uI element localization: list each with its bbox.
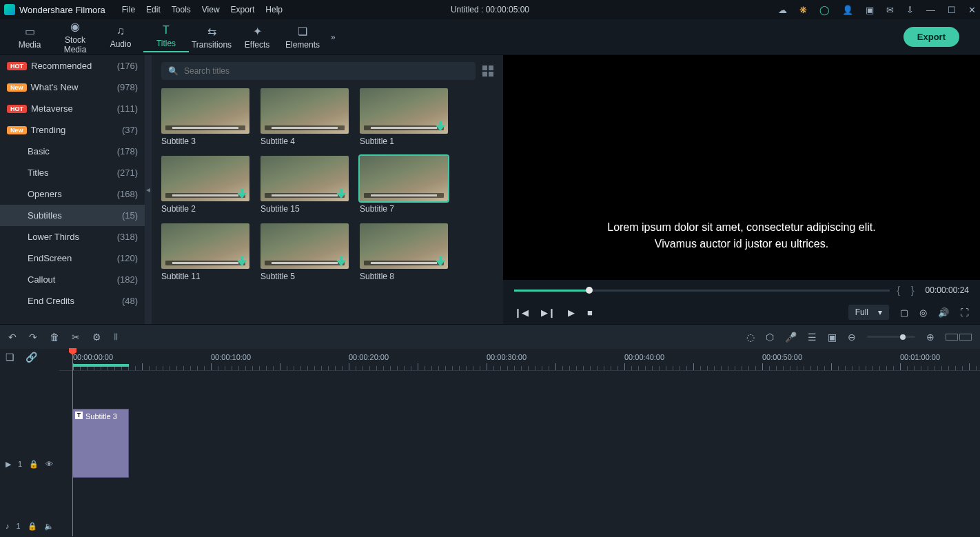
tracks-body[interactable]: T Subtitle 3 <box>59 371 980 536</box>
sidebar-item-lower-thirds[interactable]: Lower Thirds(318) <box>0 226 145 247</box>
sidebar-item-trending[interactable]: NewTrending(37) <box>0 119 145 141</box>
view-grid-icon[interactable] <box>482 65 493 77</box>
undo-icon[interactable]: ↶ <box>8 332 17 343</box>
track-headers: ▶1 🔒 👁 ♪1 🔒 🔈 <box>0 371 59 536</box>
step-forward-icon[interactable]: ▶❙ <box>541 307 555 318</box>
audio-wave-icon[interactable]: ⫴ <box>114 331 118 343</box>
title-thumbnail[interactable] <box>261 156 349 201</box>
volume-icon[interactable]: 🔊 <box>938 307 949 318</box>
sidebar-item-count: (37) <box>122 125 138 135</box>
display-icon[interactable]: ▢ <box>900 307 908 318</box>
render-icon[interactable]: ◌ <box>746 332 755 343</box>
title-thumbnail[interactable] <box>161 223 249 269</box>
mute-icon[interactable]: 🔈 <box>44 522 54 531</box>
timeline-ruler[interactable]: 00:00:00:0000:00:10:0000:00:20:0000:00:3… <box>59 349 980 371</box>
sidebar-item-metaverse[interactable]: HOTMetaverse(111) <box>0 98 145 119</box>
quality-selector[interactable]: Full ▾ <box>848 305 889 320</box>
tab-stock-media[interactable]: ◉Stock Media <box>52 17 98 57</box>
account-icon[interactable]: 👤 <box>842 5 853 15</box>
zoom-out-icon[interactable]: ⊖ <box>848 332 856 343</box>
sidebar-item-recommended[interactable]: HOTRecommended(176) <box>0 55 145 77</box>
sidebar-item-end-credits[interactable]: End Credits(48) <box>0 290 145 312</box>
minimap-icon-2[interactable] <box>959 334 972 341</box>
minimap-icon[interactable] <box>946 334 958 341</box>
lock-icon[interactable]: 🔒 <box>29 460 39 469</box>
tab-media-label: Media <box>7 40 52 50</box>
timeline-clip[interactable]: T Subtitle 3 <box>72 409 129 478</box>
tab-transitions[interactable]: ⇆Transitions <box>189 22 234 52</box>
redo-icon[interactable]: ↷ <box>29 332 37 343</box>
zoom-in-icon[interactable]: ⊕ <box>926 332 935 343</box>
cut-icon[interactable]: ✂ <box>72 332 80 343</box>
search-input[interactable] <box>184 66 469 76</box>
audio-track-header[interactable]: ♪1 🔒 🔈 <box>0 516 59 536</box>
cloud-icon[interactable]: ☁ <box>778 5 787 15</box>
video-track-header[interactable]: ▶1 🔒 👁 <box>0 454 59 474</box>
menu-edit[interactable]: Edit <box>146 5 161 14</box>
stop-icon[interactable]: ■ <box>587 307 593 318</box>
link-icon[interactable]: 🔗 <box>25 352 37 363</box>
snapshot-icon[interactable]: ◎ <box>919 307 927 318</box>
sidebar-item-callout[interactable]: Callout(182) <box>0 269 145 290</box>
sidebar-item-endscreen[interactable]: EndScreen(120) <box>0 247 145 269</box>
menu-tools[interactable]: Tools <box>172 5 191 14</box>
playhead[interactable] <box>72 349 73 536</box>
play-icon[interactable]: ▶ <box>568 307 575 318</box>
zoom-slider[interactable] <box>867 336 915 338</box>
tab-transitions-label: Transitions <box>189 40 234 50</box>
title-thumbnail[interactable] <box>161 156 249 201</box>
menu-view[interactable]: View <box>202 5 220 14</box>
title-thumbnail[interactable] <box>261 223 349 269</box>
adjust-icon[interactable]: ⚙ <box>92 332 101 343</box>
title-thumbnail[interactable] <box>360 223 448 269</box>
minimize-icon[interactable]: — <box>926 5 935 15</box>
tab-titles[interactable]: TTitles <box>143 21 189 52</box>
clip-trim-range[interactable] <box>72 364 129 367</box>
sidebar-item-openers[interactable]: Openers(168) <box>0 183 145 205</box>
lightbulb-icon[interactable]: ❋ <box>799 5 807 15</box>
tab-effects[interactable]: ✦Effects <box>234 22 280 52</box>
maximize-icon[interactable]: ☐ <box>948 5 956 15</box>
scrub-track[interactable] <box>514 290 890 292</box>
marker-icon[interactable]: ⬡ <box>766 332 774 343</box>
tab-audio[interactable]: ♫Audio <box>98 22 143 52</box>
clip-icon[interactable]: ❏ <box>6 352 14 363</box>
headphones-icon[interactable]: ◯ <box>819 5 830 15</box>
delete-icon[interactable]: 🗑 <box>50 332 59 343</box>
sidebar-item-titles[interactable]: Titles(271) <box>0 162 145 183</box>
tab-media[interactable]: ▭Media <box>7 22 52 52</box>
tab-elements[interactable]: ❏Elements <box>280 22 325 52</box>
mail-icon[interactable]: ✉ <box>886 5 894 15</box>
voiceover-icon[interactable]: 🎤 <box>785 332 797 343</box>
title-thumbnail[interactable] <box>360 156 448 201</box>
visibility-icon[interactable]: 👁 <box>45 460 53 468</box>
pin-icon[interactable]: ⇩ <box>906 5 914 15</box>
video-preview[interactable]: Lorem ipsum dolor sit amet, consectetur … <box>503 55 980 280</box>
subtitle-preview-text: Lorem ipsum dolor sit amet, consectetur … <box>607 219 876 252</box>
crop-icon[interactable]: ▣ <box>828 332 837 343</box>
search-box[interactable]: 🔍 <box>161 62 476 80</box>
sidebar-item-what-s-new[interactable]: NewWhat's New(978) <box>0 77 145 98</box>
title-thumbnail[interactable] <box>360 88 448 134</box>
sidebar-item-basic[interactable]: Basic(178) <box>0 141 145 162</box>
menu-help[interactable]: Help <box>265 5 283 14</box>
close-icon[interactable]: ✕ <box>968 5 976 15</box>
more-tabs-icon[interactable]: » <box>331 32 336 42</box>
loop-braces-icon[interactable]: { } <box>897 285 918 296</box>
mixer-icon[interactable]: ☰ <box>808 332 817 343</box>
sidebar-collapse-handle[interactable]: ◂ <box>145 55 152 324</box>
export-button[interactable]: Export <box>904 27 959 47</box>
zoom-slider-thumb[interactable] <box>900 334 906 340</box>
fullscreen-icon[interactable]: ⛶ <box>960 307 969 318</box>
thumbnail-grid: Subtitle 3Subtitle 4Subtitle 1Subtitle 2… <box>152 84 503 324</box>
title-thumbnail[interactable] <box>161 88 249 134</box>
menu-file[interactable]: File <box>122 5 135 14</box>
menu-export[interactable]: Export <box>231 5 255 14</box>
save-icon[interactable]: ▣ <box>866 5 874 15</box>
lock-icon[interactable]: 🔒 <box>28 522 37 531</box>
step-back-icon[interactable]: ❙◀ <box>514 307 529 318</box>
title-thumbnail[interactable] <box>261 88 349 134</box>
sidebar-item-subtitles[interactable]: Subtitles(15) <box>0 205 145 226</box>
thumbnail-label: Subtitle 7 <box>360 204 448 214</box>
scrub-thumb[interactable] <box>586 287 593 294</box>
